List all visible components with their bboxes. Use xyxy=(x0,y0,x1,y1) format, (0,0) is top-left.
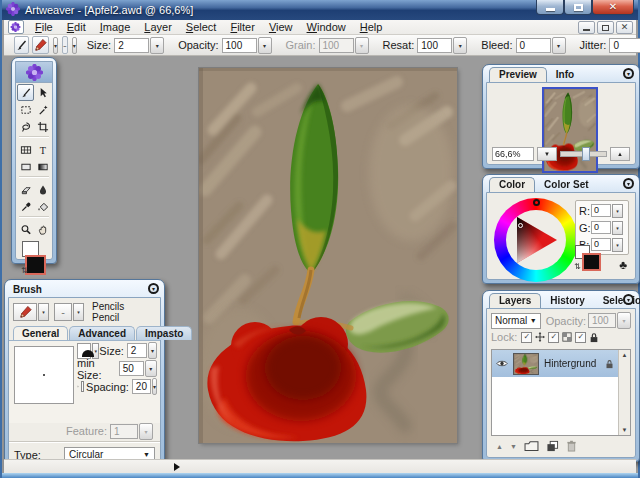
text-tool[interactable]: T xyxy=(34,141,51,158)
jitter-input[interactable]: 0 xyxy=(609,38,640,53)
background-color-swatch[interactable] xyxy=(582,253,601,271)
eraser-tool[interactable] xyxy=(17,181,34,198)
color-panel-menu-button[interactable]: ▾ xyxy=(623,178,634,189)
delete-layer-button[interactable] xyxy=(566,440,577,452)
new-layer-button[interactable] xyxy=(524,440,539,452)
scroll-down-icon[interactable]: ▼ xyxy=(622,427,628,433)
status-expand-arrow[interactable] xyxy=(174,463,180,471)
zoom-out-button[interactable]: ▼ xyxy=(537,147,557,161)
tab-general[interactable]: General xyxy=(13,326,68,340)
preview-panel-menu-button[interactable]: ▾ xyxy=(623,68,634,79)
bp-size-input[interactable]: 2 xyxy=(127,343,147,358)
child-restore-button[interactable] xyxy=(597,21,614,34)
brush-variant-button[interactable]: - xyxy=(62,36,68,54)
shape-tool[interactable] xyxy=(17,158,34,175)
move-tool[interactable] xyxy=(34,84,51,101)
canvas[interactable] xyxy=(199,68,457,443)
brush-panel-menu-button[interactable]: ▾ xyxy=(148,283,159,294)
child-minimize-button[interactable] xyxy=(578,21,595,34)
eyedropper-tool[interactable] xyxy=(17,198,34,215)
resat-input[interactable]: 100 xyxy=(417,38,452,53)
opacity-input[interactable]: 100 xyxy=(222,38,257,53)
brush-tip-chip[interactable] xyxy=(77,343,91,359)
zoom-slider[interactable] xyxy=(560,151,607,157)
bp-spacing-input[interactable]: 20 xyxy=(132,379,151,394)
menu-view[interactable]: View xyxy=(262,20,300,34)
background-color-swatch[interactable] xyxy=(25,255,46,275)
paint-bucket-tool[interactable] xyxy=(34,198,51,215)
hue-ring[interactable] xyxy=(494,198,578,282)
blend-mode-select[interactable]: Normal ▼ xyxy=(491,313,541,329)
brush-variant-dropdown[interactable]: ▾ xyxy=(72,37,77,54)
marquee-tool[interactable] xyxy=(17,101,34,118)
tab-color-set[interactable]: Color Set xyxy=(535,178,597,192)
scroll-up-icon[interactable]: ▲ xyxy=(622,352,628,358)
bp-size-slider[interactable]: ▾ xyxy=(148,342,157,359)
tab-color[interactable]: Color xyxy=(489,177,535,192)
resat-slider-button[interactable]: ▾ xyxy=(453,37,467,54)
smudge-tool[interactable] xyxy=(34,181,51,198)
bp-minsize-slider[interactable]: ▾ xyxy=(145,360,157,377)
g-input[interactable]: 0 xyxy=(591,221,611,234)
color-marker[interactable] xyxy=(518,223,523,228)
active-tool-button[interactable] xyxy=(14,36,29,54)
tab-history[interactable]: History xyxy=(541,294,593,308)
magic-wand-tool[interactable] xyxy=(34,101,51,118)
opacity-slider-button[interactable]: ▾ xyxy=(258,37,272,54)
brush-tool[interactable] xyxy=(17,84,34,101)
tab-advanced[interactable]: Advanced xyxy=(69,326,135,340)
r-input[interactable]: 0 xyxy=(591,204,611,217)
document-icon[interactable] xyxy=(8,20,24,34)
mesh-tool[interactable] xyxy=(17,141,34,158)
child-close-button[interactable]: ✕ xyxy=(616,21,633,34)
move-layer-up-button[interactable]: ▲ xyxy=(496,443,503,450)
visibility-eye-icon[interactable] xyxy=(496,359,508,368)
menu-edit[interactable]: Edit xyxy=(60,20,93,34)
tab-layers[interactable]: Layers xyxy=(489,293,541,308)
menu-help[interactable]: Help xyxy=(353,20,390,34)
tab-preview[interactable]: Preview xyxy=(489,67,547,82)
swap-colors-icon[interactable]: ⇅ xyxy=(574,263,581,271)
spacing-checkbox[interactable] xyxy=(81,381,84,392)
lock-all-checkbox[interactable]: ✓ xyxy=(575,332,586,343)
menu-select[interactable]: Select xyxy=(179,20,224,34)
layer-thumbnail[interactable] xyxy=(513,353,539,375)
b-slider-button[interactable]: ▾ xyxy=(612,238,623,252)
zoom-value-input[interactable]: 66,6% xyxy=(492,147,534,161)
lock-position-checkbox[interactable]: ✓ xyxy=(521,332,532,343)
menu-image[interactable]: Image xyxy=(93,20,138,34)
r-slider-button[interactable]: ▾ xyxy=(612,204,623,218)
bleed-slider-button[interactable]: ▾ xyxy=(552,37,566,54)
bp-minsize-input[interactable]: 50 xyxy=(119,361,144,376)
zoom-tool[interactable] xyxy=(17,221,34,238)
maximize-button[interactable] xyxy=(564,0,592,15)
lasso-tool[interactable] xyxy=(17,118,34,135)
size-input[interactable]: 2 xyxy=(114,38,149,53)
web-colors-icon[interactable]: ♣ xyxy=(619,258,627,272)
crop-tool[interactable] xyxy=(34,118,51,135)
zoom-slider-thumb[interactable] xyxy=(582,147,590,161)
layer-list-scrollbar[interactable]: ▲ ▼ xyxy=(618,350,630,435)
move-layer-down-button[interactable]: ▼ xyxy=(510,443,517,450)
menu-file[interactable]: File xyxy=(28,20,60,34)
menu-filter[interactable]: Filter xyxy=(223,20,261,34)
brush-category-button[interactable] xyxy=(13,303,37,321)
size-slider-button[interactable]: ▾ xyxy=(150,37,164,54)
lock-transparency-checkbox[interactable]: ✓ xyxy=(548,332,559,343)
brush-category-dropdown[interactable]: ▾ xyxy=(38,303,49,321)
hue-marker[interactable] xyxy=(533,199,540,206)
swap-colors-icon[interactable]: ⇅ xyxy=(21,267,28,275)
zoom-in-button[interactable]: ▲ xyxy=(610,147,630,161)
tab-impasto[interactable]: Impasto xyxy=(136,326,192,340)
bp-spacing-slider[interactable]: ▾ xyxy=(152,378,157,395)
menu-window[interactable]: Window xyxy=(300,20,353,34)
g-slider-button[interactable]: ▾ xyxy=(612,221,623,235)
tab-info[interactable]: Info xyxy=(547,68,583,82)
bleed-input[interactable]: 0 xyxy=(516,38,551,53)
close-button[interactable]: ✕ xyxy=(592,0,634,15)
brush-variant-chip[interactable]: - xyxy=(54,303,72,321)
brush-variant-chip-dropdown[interactable]: ▾ xyxy=(73,303,84,321)
menu-layer[interactable]: Layer xyxy=(137,20,179,34)
layer-row[interactable]: Hintergrund xyxy=(492,350,618,377)
duplicate-layer-button[interactable] xyxy=(546,440,559,452)
